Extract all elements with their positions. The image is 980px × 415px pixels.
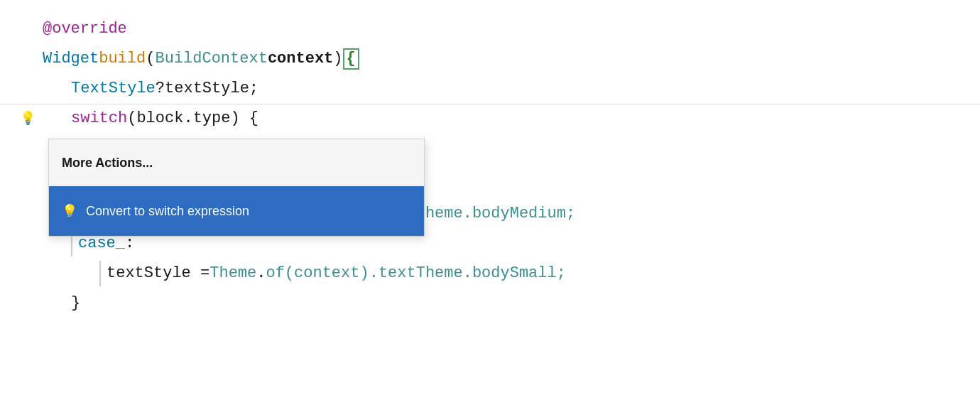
bulb-icon: 💡	[20, 104, 36, 134]
code-token: TextStyle	[71, 74, 156, 104]
code-line-body-small: textStyle = Theme . of(context).textThem…	[43, 259, 980, 289]
code-token: context	[268, 44, 333, 74]
code-token: Theme	[209, 259, 256, 289]
more-actions-label: More Actions...	[62, 156, 153, 170]
code-token: Widget	[43, 44, 99, 74]
code-token-switch: switch	[71, 104, 127, 134]
code-token: .	[256, 259, 266, 289]
code-line-switch: 💡 switch (block.type) {	[43, 104, 980, 134]
code-token: of(context).textTheme.bodySmall;	[266, 259, 565, 289]
code-token: (block.type) {	[127, 104, 258, 134]
code-token: ?	[156, 74, 165, 104]
code-line-build: Widget build ( BuildContext context ) {	[43, 44, 980, 74]
code-line-override: @override	[43, 14, 980, 44]
code-lines: @override Widget build ( BuildContext co…	[0, 0, 980, 333]
code-line-close-brace: }	[43, 289, 980, 318]
convert-switch-label: Convert to switch expression	[86, 196, 249, 226]
code-token: build	[99, 44, 146, 74]
code-token: }	[71, 289, 80, 318]
code-token: )	[333, 44, 342, 74]
convert-switch-item[interactable]: 💡 Convert to switch expression	[49, 186, 424, 236]
code-token: textStyle =	[107, 259, 209, 289]
code-token-brace: {	[343, 48, 359, 70]
code-line-textstyle: TextStyle ? textStyle;	[43, 74, 980, 104]
code-token: @override	[43, 14, 127, 44]
indent-bar	[99, 261, 101, 286]
line-divider	[0, 104, 980, 104]
code-token: (	[146, 44, 155, 74]
menu-bulb-icon: 💡	[62, 196, 77, 226]
code-editor: @override Widget build ( BuildContext co…	[0, 0, 980, 415]
context-menu[interactable]: More Actions... 💡 Convert to switch expr…	[48, 139, 425, 237]
code-token: textStyle;	[165, 74, 258, 104]
more-actions-header[interactable]: More Actions...	[49, 139, 424, 186]
gutter-bulb: 💡	[7, 104, 36, 134]
code-token: BuildContext	[155, 44, 267, 74]
